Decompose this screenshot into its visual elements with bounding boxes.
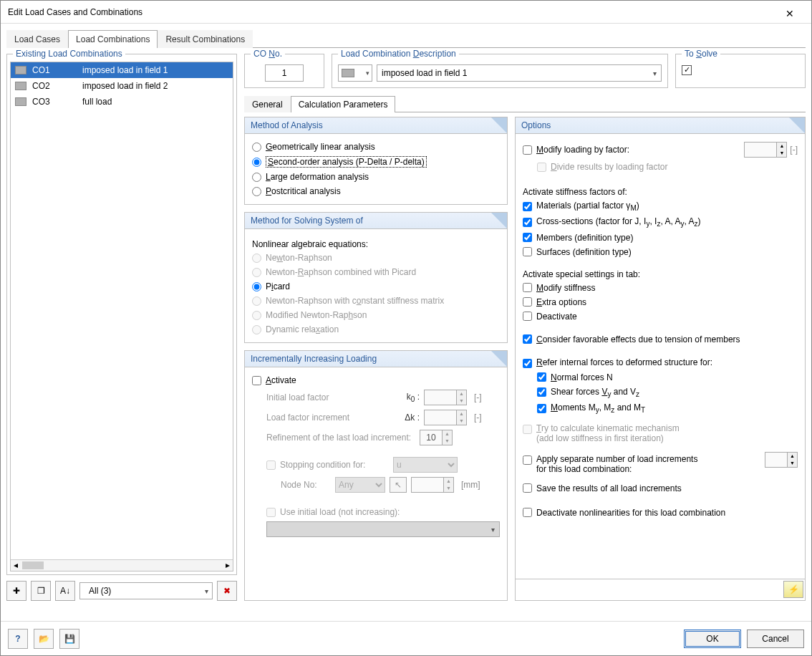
save-icon: 💾 [64,634,75,644]
folder-icon: 📂 [39,634,49,644]
cancel-button[interactable]: Cancel [747,630,804,648]
radio-picard[interactable]: Picard [252,279,500,294]
to-solve-checkbox[interactable]: ✓ [682,65,692,75]
delete-button[interactable]: ✖ [217,581,237,601]
options-section: Options Modify loading by factor: ▲▼[-] … [515,117,806,579]
save-results-checkbox[interactable]: Save the results of all load increments [523,481,798,496]
divide-checkbox: Divide results by loading factor [537,160,798,174]
tab-load-cases[interactable]: Load Cases [6,30,68,48]
bolt-icon: ⚡ [788,584,799,594]
separate-increments-checkbox[interactable]: Apply separate number of load increments… [523,452,697,476]
refinement-spinner: ▲▼ [420,430,453,445]
normal-forces-checkbox[interactable]: Normal forces N [537,370,798,385]
radio-newton-raphson: Newton-Raphson [252,251,500,265]
initial-factor-spinner: ▲▼ [424,390,467,405]
initial-load-combo [266,521,500,537]
sub-tabs: General Calculation Parameters [244,95,806,112]
list-item[interactable]: CO2 imposed load in field 2 [11,78,233,94]
co-no-group: CO No. [244,54,324,88]
left-toolbar: ✚ ❐ A↓ All (3) ✖ [6,581,237,601]
modify-loading-checkbox[interactable]: Modify loading by factor: [523,143,629,157]
copy-icon: ❐ [37,586,45,596]
deactivate-checkbox[interactable]: Deactivate [523,309,798,324]
help-button[interactable]: ? [8,629,28,649]
cross-sections-checkbox[interactable]: Cross-sections (factor for J, Iy, Iz, A,… [523,214,798,230]
surfaces-checkbox[interactable]: Surfaces (definition type) [523,245,798,259]
method-of-analysis-section: Method of Analysis Geometrically linear … [244,117,508,205]
separate-increments-spinner: ▲▼ [765,452,798,468]
to-solve-group: To Solve ✓ [675,54,806,88]
moments-checkbox[interactable]: Moments My, Mz and MT [537,400,798,416]
extra-options-checkbox[interactable]: Extra options [523,295,798,309]
color-swatch-icon [15,97,26,106]
tab-result-combinations[interactable]: Result Combinations [158,30,253,48]
co-no-input[interactable] [265,64,304,82]
favorable-checkbox[interactable]: Consider favorable effects due to tensio… [523,332,798,347]
description-group: Load Combination Description imposed loa… [332,54,668,88]
increment-spinner: ▲▼ [424,410,467,425]
footer-bar: ? 📂 💾 OK Cancel [1,621,811,655]
radio-nr-constant: Newton-Raphson with constant stiffness m… [252,294,500,308]
tab-load-combinations[interactable]: Load Combinations [68,30,158,48]
color-swatch-icon [342,69,354,77]
radio-second-order[interactable]: Second-order analysis (P-Delta / P-delta… [252,154,500,170]
color-swatch-icon [15,82,26,90]
filter-combo[interactable]: All (3) [79,582,213,599]
color-swatch-icon [15,66,26,74]
use-initial-checkbox [266,508,276,517]
pick-node-button: ↖ [390,477,407,493]
combinations-list[interactable]: CO1 imposed load in field 1 CO2 imposed … [10,62,233,571]
node-value-spinner: ▲▼ [411,477,454,493]
color-combo[interactable] [338,64,372,82]
close-button[interactable]: ✕ [775,2,804,22]
tab-calculation-parameters[interactable]: Calculation Parameters [291,96,396,112]
radio-postcritical[interactable]: Postcritical analysis [252,184,500,198]
main-tabs: Load Cases Load Combinations Result Comb… [6,29,806,48]
list-item[interactable]: CO1 imposed load in field 1 [11,62,233,78]
shear-forces-checkbox[interactable]: Shear forces Vy and Vz [537,385,798,400]
tab-general[interactable]: General [244,96,291,112]
ok-button[interactable]: OK [684,630,741,648]
sort-icon: A↓ [60,586,70,596]
copy-button[interactable]: ❐ [31,581,51,601]
title-bar: Edit Load Cases and Combinations ✕ [1,1,811,24]
radio-nr-picard: Newton-Raphson combined with Picard [252,265,500,279]
description-combo[interactable]: imposed load in field 1 [377,64,662,82]
radio-modified-nr: Modified Newton-Raphson [252,308,500,322]
existing-combinations-title: Existing Load Combinations [13,49,125,59]
materials-checkbox[interactable]: Materials (partial factor γM) [523,198,798,214]
stopping-checkbox [266,460,276,470]
radio-large-deformation[interactable]: Large deformation analysis [252,170,500,184]
open-button[interactable]: 📂 [34,629,54,649]
radio-dynamic-relaxation: Dynamic relaxation [252,322,500,337]
calculate-button[interactable]: ⚡ [783,581,803,598]
help-icon: ? [15,634,20,644]
pointer-icon: ↖ [395,480,402,490]
delete-icon: ✖ [223,586,231,596]
save-button[interactable]: 💾 [59,629,79,649]
solver-method-section: Method for Solving System of Nonlinear a… [244,212,508,343]
node-select: Any [335,477,385,493]
horizontal-scrollbar[interactable]: ◂ ▸ [11,559,233,571]
kinematic-checkbox: Try to calculate kinematic mechanism(add… [523,421,798,445]
incremental-loading-section: Incrementally Increasing Loading Activat… [244,350,508,601]
activate-checkbox[interactable]: Activate [252,373,500,387]
stopping-select: u [393,457,458,473]
window-title: Edit Load Cases and Combinations [8,1,142,24]
loading-factor-spinner: ▲▼ [744,142,787,158]
new-button[interactable]: ✚ [6,581,26,601]
sort-button[interactable]: A↓ [55,581,75,601]
existing-combinations-group: Existing Load Combinations CO1 imposed l… [6,54,237,575]
new-icon: ✚ [13,586,20,596]
radio-linear[interactable]: Geometrically linear analysis [252,140,500,154]
list-item[interactable]: CO3 full load [11,94,233,110]
deactivate-nonlinearities-checkbox[interactable]: Deactivate nonlinearities for this load … [523,506,798,520]
members-checkbox[interactable]: Members (definition type) [523,231,798,245]
modify-stiffness-checkbox[interactable]: Modify stiffness [523,281,798,295]
refer-checkbox[interactable]: Refer internal forces to deformed struct… [523,355,798,370]
